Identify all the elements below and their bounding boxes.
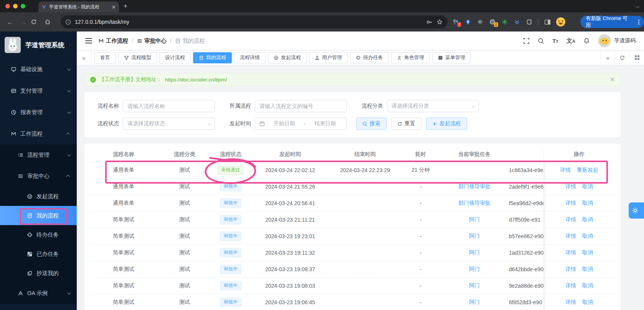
action-取消-link[interactable]: 取消 <box>582 200 593 207</box>
action-详情-link[interactable]: 详情 <box>565 183 576 190</box>
action-详情-link[interactable]: 详情 <box>565 249 576 256</box>
tab-首页[interactable]: 首页 <box>94 52 116 63</box>
browser-menu-kebab-icon[interactable] <box>636 20 642 25</box>
start-date-placeholder[interactable]: 开始日期 <box>267 120 302 127</box>
table-row[interactable]: 通用表单测试审批中2024-03-24 20:56:41-部门领导审批f5ea9… <box>91 195 614 212</box>
tab-发起流程[interactable]: 发起流程 <box>268 52 307 63</box>
tab-我的流程[interactable]: 我的流程 <box>193 52 232 63</box>
tab-close-icon[interactable]: ✕ <box>112 4 116 10</box>
chrome-update-button[interactable]: 有新版 Chrome 可用 <box>580 16 644 28</box>
tags-layout-icon[interactable] <box>629 50 644 65</box>
browser-tab[interactable]: 芋道管理系统 - 我的流程 ✕ <box>38 2 119 12</box>
tab-设计流程[interactable]: 设计流程 <box>159 52 191 63</box>
create-process-button[interactable]: 发起流程 <box>426 118 467 130</box>
sidebar-item-审批中心[interactable]: 审批中心 <box>0 166 77 187</box>
extensions-puzzle-icon[interactable] <box>526 18 533 25</box>
table-row[interactable]: 通用表单测试审批中2024-03-24 21:55:26-部门领导审批2adef… <box>91 179 614 195</box>
sidebar-item-发起流程[interactable]: 发起流程 <box>0 187 77 206</box>
action-详情-link[interactable]: 详情 <box>565 266 576 273</box>
zoom-window-button[interactable] <box>21 4 25 8</box>
bookmark-star-icon[interactable] <box>436 19 443 25</box>
app-logo-row[interactable]: 芋道管理系统 <box>0 31 77 58</box>
site-info-icon[interactable] <box>65 19 71 25</box>
end-date-placeholder[interactable]: 结束日期 <box>308 120 342 127</box>
category-select[interactable]: 请选择流程分类 <box>387 100 479 112</box>
action-详情-link[interactable]: 详情 <box>565 282 576 289</box>
extension-command-icon[interactable] <box>477 18 484 25</box>
search-button[interactable]: 搜索 <box>356 118 386 130</box>
new-tab-button[interactable]: + <box>124 3 127 9</box>
language-icon[interactable]: 文A <box>566 37 575 45</box>
breadcrumb-item-工作流程[interactable]: 工作流程 <box>98 37 128 45</box>
forward-icon[interactable]: → <box>17 19 31 25</box>
password-key-icon[interactable] <box>426 19 433 25</box>
reload-icon[interactable] <box>31 19 45 25</box>
action-取消-link[interactable]: 取消 <box>582 299 593 306</box>
sidebar-item-待办任务[interactable]: 待办任务 <box>0 225 77 244</box>
user-menu[interactable]: 芋道源码 <box>598 34 636 47</box>
breadcrumb-item-审批中心[interactable]: 审批中心 <box>137 37 167 45</box>
table-row[interactable]: 简单测试测试审批中2024-03-23 19:11:32-阿门1ad31262-… <box>91 245 614 261</box>
tab-菜单管理[interactable]: 菜单管理 <box>432 52 471 63</box>
theme-settings-button[interactable] <box>629 202 644 219</box>
extension-gem-icon[interactable] <box>464 18 471 25</box>
font-size-icon[interactable]: TT <box>552 38 558 44</box>
sidebar-item-抄送我的[interactable]: 抄送我的 <box>0 264 77 283</box>
extension-green-star-icon[interactable] <box>501 18 508 25</box>
current-task-link[interactable]: 阿门 <box>469 249 480 255</box>
reset-button[interactable]: 重置 <box>391 118 421 130</box>
banner-close-icon[interactable]: ✕ <box>610 76 615 83</box>
action-取消-link[interactable]: 取消 <box>582 233 593 240</box>
table-row[interactable]: 简单测试测试审批中2024-03-23 19:23:01-阿门b57ee862-… <box>91 228 614 245</box>
tab-角色管理[interactable]: 角色管理 <box>391 52 430 63</box>
current-task-link[interactable]: 阿门 <box>469 233 480 239</box>
sidebar-item-OA 示例[interactable]: OA 示例 <box>0 283 77 304</box>
side-panel-icon[interactable] <box>544 18 551 25</box>
url-bar[interactable]: 127.0.0.1/bpm/task/my <box>61 15 447 28</box>
sidebar-item-基础设施[interactable]: 基础设施 <box>0 58 77 80</box>
table-row[interactable]: 简单测试测试审批中2024-03-23 21:11:21-阿门d7ff509e-… <box>91 212 614 228</box>
table-row[interactable]: 简单测试测试审批中2024-03-23 19:06:45-阿门6f8528d3-… <box>91 294 614 310</box>
fullscreen-icon[interactable] <box>523 38 530 44</box>
sidebar-item-报表管理[interactable]: 报表管理 <box>0 101 77 123</box>
tab-流程详情[interactable]: 流程详情 <box>234 52 266 63</box>
action-取消-link[interactable]: 取消 <box>582 282 593 289</box>
action-详情-link[interactable]: 详情 <box>565 216 576 223</box>
action-取消-link[interactable]: 取消 <box>582 183 593 190</box>
current-task-link[interactable]: 阿门 <box>469 299 480 305</box>
back-icon[interactable]: ← <box>3 19 17 25</box>
tags-refresh-icon[interactable] <box>615 50 629 65</box>
breadcrumb-item-我的流程[interactable]: 我的流程 <box>175 37 205 45</box>
sidebar-item-我的流程[interactable]: 我的流程 <box>0 206 77 225</box>
sidebar-item-工作流程[interactable]: 工作流程 <box>0 123 77 144</box>
sidebar-item-流程管理[interactable]: 流程管理 <box>0 144 77 166</box>
extension-circle-icon[interactable]: 2 <box>489 18 496 25</box>
tags-scroll-right-icon[interactable]: » <box>600 50 615 65</box>
extension-chevrons-icon[interactable] <box>514 18 520 25</box>
table-row[interactable]: 简单测试测试审批中2024-03-23 19:09:37-阿门d642bbde-… <box>91 261 614 278</box>
status-select[interactable]: 请选择流程状态 <box>123 118 215 130</box>
close-window-button[interactable] <box>5 4 10 8</box>
tab-用户管理[interactable]: 用户管理 <box>309 52 348 63</box>
table-row[interactable]: 通用表单测试审批通过2024-03-24 22:02:122024-03-24 … <box>91 162 614 179</box>
action-详情-link[interactable]: 详情 <box>565 299 576 306</box>
current-task-link[interactable]: 部门领导审批 <box>458 183 490 189</box>
tab-list-chevron-icon[interactable] <box>633 3 640 10</box>
banner-doc-link[interactable]: https://doc.iocoder.cn/bpm/ <box>165 77 227 83</box>
date-range-picker[interactable]: 开始日期 - 结束日期 <box>255 118 347 130</box>
minimize-window-button[interactable] <box>13 4 18 8</box>
url-text[interactable]: 127.0.0.1/bpm/task/my <box>75 19 422 25</box>
browser-profile-avatar[interactable] <box>556 17 565 27</box>
extension-blocks-icon[interactable]: 7 <box>452 18 459 25</box>
action-取消-link[interactable]: 取消 <box>582 249 593 256</box>
tags-scroll-left-icon[interactable]: « <box>77 50 91 65</box>
action-取消-link[interactable]: 取消 <box>582 266 593 273</box>
action-详情-link[interactable]: 详情 <box>565 233 576 240</box>
action-重新发起-link[interactable]: 重新发起 <box>577 167 598 174</box>
tab-待办任务[interactable]: 待办任务 <box>350 52 389 63</box>
current-task-link[interactable]: 阿门 <box>469 282 480 288</box>
current-task-link[interactable]: 部门领导审批 <box>458 200 490 206</box>
search-icon[interactable] <box>538 38 544 44</box>
current-task-link[interactable]: 阿门 <box>469 216 480 222</box>
sidebar-item-已办任务[interactable]: 已办任务 <box>0 244 77 264</box>
